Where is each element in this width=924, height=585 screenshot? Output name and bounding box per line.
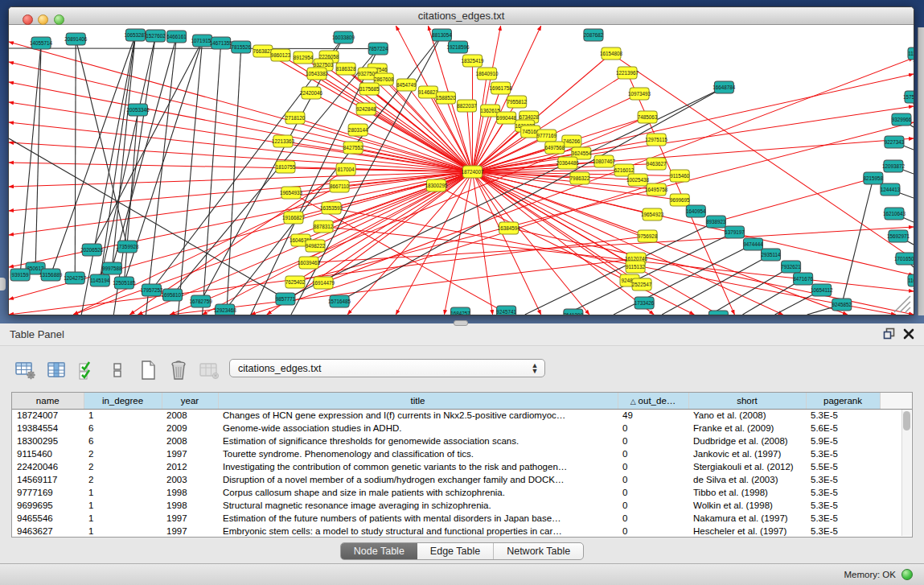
- graph-node[interactable]: 19654933: [280, 187, 303, 199]
- graph-node[interactable]: 1167535: [908, 274, 914, 286]
- graph-node[interactable]: 6990448: [496, 112, 516, 124]
- graph-node[interactable]: 8813054: [432, 29, 452, 41]
- graph-node[interactable]: 16353593: [320, 202, 343, 214]
- graph-node[interactable]: 19218596: [446, 41, 470, 53]
- graph-node[interactable]: 1112753: [908, 47, 914, 60]
- graph-node[interactable]: 1684257: [450, 307, 470, 315]
- graph-node[interactable]: 8912954: [294, 51, 314, 64]
- graph-node[interactable]: 939159: [10, 269, 30, 281]
- graph-node[interactable]: 7625402: [285, 276, 306, 288]
- table-options-button[interactable]: [14, 359, 37, 381]
- table-selector-dropdown[interactable]: citations_edges.txt ▲▼: [229, 359, 545, 377]
- splitter-handle[interactable]: [454, 320, 468, 326]
- column-header-short[interactable]: short: [688, 393, 806, 409]
- graph-node[interactable]: 12093872: [882, 160, 906, 172]
- graph-node[interactable]: 1733426: [634, 297, 655, 309]
- graph-node[interactable]: 12042757: [64, 272, 87, 284]
- graph-node[interactable]: 18724007: [462, 166, 485, 178]
- graph-node[interactable]: 16039463: [298, 257, 321, 269]
- graph-node[interactable]: 8878312: [314, 220, 334, 233]
- graph-node[interactable]: 17359928: [116, 241, 139, 253]
- graph-node[interactable]: 7955812: [507, 96, 527, 108]
- graph-node[interactable]: 8822037: [457, 100, 477, 112]
- graph-node[interactable]: 20206526: [80, 244, 104, 256]
- graph-node[interactable]: 9329966: [892, 113, 912, 126]
- graph-node[interactable]: 1527602: [146, 30, 166, 42]
- graph-node[interactable]: 10025438: [626, 174, 650, 186]
- graph-node[interactable]: 9463627: [647, 158, 667, 170]
- graph-node[interactable]: 12213363: [272, 135, 295, 147]
- table-row[interactable]: 1830029562008Estimation of significance …: [12, 435, 912, 447]
- graph-node[interactable]: 1145194: [90, 274, 110, 286]
- table-row[interactable]: 946554611997Estimation of the future num…: [12, 512, 912, 525]
- graph-node[interactable]: 16384594: [498, 222, 521, 234]
- graph-node[interactable]: 8186328: [336, 63, 356, 75]
- select-columns-button[interactable]: [76, 359, 98, 381]
- graph-node[interactable]: 2718120: [285, 112, 306, 124]
- graph-node[interactable]: 20891406: [64, 33, 88, 45]
- show-columns-button[interactable]: [45, 359, 68, 381]
- graph-node[interactable]: 2087682: [584, 29, 604, 41]
- graph-node[interactable]: 10653287: [124, 29, 147, 41]
- graph-node[interactable]: 2803144: [348, 124, 368, 136]
- graph-node[interactable]: 16648784: [713, 81, 736, 93]
- graph-node[interactable]: 8667110: [330, 180, 350, 192]
- delete-trash-button[interactable]: [167, 359, 190, 381]
- table-row[interactable]: 911546021997Tourette syndrome. Phenomeno…: [12, 447, 912, 460]
- graph-node[interactable]: 6466161: [166, 31, 187, 43]
- graph-node[interactable]: 7815526: [231, 41, 251, 53]
- graph-node[interactable]: 12923468: [214, 304, 237, 315]
- graph-node[interactable]: 20053346: [126, 104, 150, 116]
- graph-node[interactable]: 16154808: [600, 47, 623, 60]
- graph-node[interactable]: 9474444: [743, 238, 763, 250]
- graph-node[interactable]: 7932621: [781, 261, 801, 273]
- row-options-button[interactable]: [106, 359, 129, 381]
- graph-node[interactable]: 19166827: [282, 212, 306, 224]
- graph-node[interactable]: 15692971: [887, 230, 910, 242]
- graph-node[interactable]: 9115460: [670, 170, 690, 182]
- graph-node[interactable]: 12505185: [113, 277, 136, 289]
- graph-node[interactable]: 16210643: [883, 208, 906, 220]
- graph-node[interactable]: 10973493: [628, 88, 651, 100]
- graph-node[interactable]: 6497568: [545, 142, 565, 154]
- close-panel-icon[interactable]: [903, 328, 914, 340]
- graph-node[interactable]: 2522547: [632, 278, 652, 290]
- graph-node[interactable]: 9245052: [708, 311, 729, 315]
- graph-node[interactable]: 12213967: [616, 67, 639, 79]
- table-scrollbar[interactable]: [901, 410, 911, 536]
- graph-node[interactable]: 9245741: [496, 306, 516, 315]
- graph-node[interactable]: 16958107: [162, 289, 185, 301]
- graph-node[interactable]: 20364486: [556, 157, 580, 169]
- graph-node[interactable]: 7986322: [570, 172, 590, 184]
- table-row[interactable]: 946362711997Embryonic stem cells: a mode…: [12, 525, 912, 538]
- column-header-year[interactable]: year: [162, 393, 218, 409]
- graph-node[interactable]: 9115132: [626, 261, 646, 273]
- graph-node[interactable]: 2935114: [761, 249, 781, 261]
- column-header-out_de[interactable]: △out_de…: [618, 393, 688, 409]
- table-row[interactable]: 969969511998Structural magnetic resonanc…: [12, 499, 912, 512]
- graph-node[interactable]: 19654923: [641, 208, 664, 220]
- graph-node[interactable]: 16033809: [332, 31, 355, 43]
- graph-node[interactable]: 1588520: [436, 92, 456, 104]
- tab-node-table[interactable]: Node Table: [341, 543, 417, 559]
- west-panel-grip[interactable]: [0, 278, 6, 290]
- window-titlebar[interactable]: citations_edges.txt: [9, 7, 914, 25]
- graph-node[interactable]: 9777169: [537, 130, 557, 142]
- graph-node[interactable]: 16495758: [645, 183, 668, 196]
- graph-node[interactable]: 1244413: [881, 183, 901, 196]
- graph-node[interactable]: 16782759: [190, 295, 213, 307]
- graph-node[interactable]: 9860123: [271, 49, 291, 61]
- graph-node[interactable]: 18325419: [462, 55, 485, 67]
- graph-node[interactable]: 7641208: [564, 309, 584, 315]
- graph-node[interactable]: 22420046: [300, 87, 323, 99]
- column-header-in_degree[interactable]: in_degree: [84, 393, 162, 409]
- graph-node[interactable]: 10654112: [811, 284, 833, 296]
- tab-network-table[interactable]: Network Table: [493, 543, 583, 559]
- graph-node[interactable]: 12975115: [645, 134, 667, 146]
- column-header-title[interactable]: title: [218, 393, 618, 409]
- graph-node[interactable]: 8938923: [706, 216, 726, 228]
- graph-node[interactable]: 9857771: [276, 293, 296, 305]
- graph-node[interactable]: 8215958: [864, 172, 884, 184]
- graph-node[interactable]: 10807467: [593, 155, 616, 167]
- graph-node[interactable]: 3175685: [359, 83, 380, 95]
